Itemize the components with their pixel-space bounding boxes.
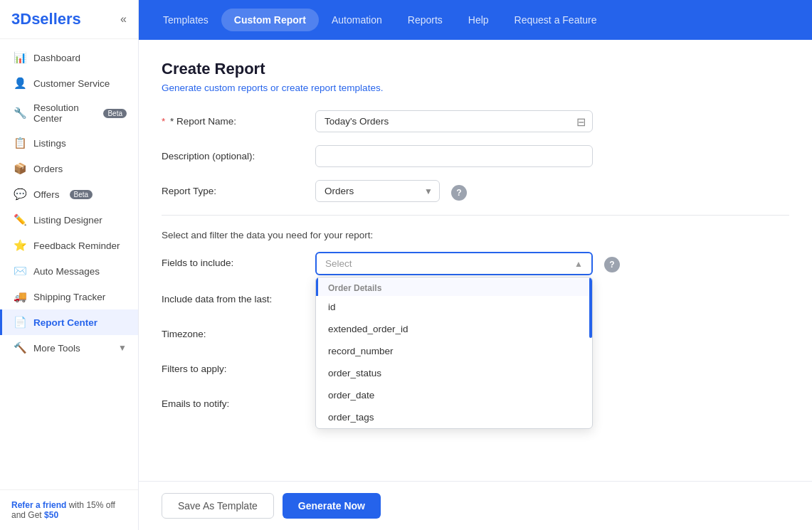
nav-label-feedback-reminder: Feedback Reminder [33,240,120,251]
dropdown-item-id[interactable]: id [316,296,592,318]
fields-placeholder: Select [325,258,352,269]
nav-icon-orders: 📦 [14,162,26,175]
main-area: TemplatesCustom ReportAutomationReportsH… [139,0,812,530]
sidebar-item-auto-messages[interactable]: ✉️ Auto Messages [0,258,138,284]
report-type-help-icon[interactable]: ? [451,185,467,201]
nav-icon-dashboard: 📊 [14,51,26,64]
section-label: Select and filter the data you need for … [162,230,789,240]
required-asterisk: * [162,116,165,127]
nav-label-auto-messages: Auto Messages [33,266,100,277]
include-data-label: Include data from the last: [162,288,304,304]
nav-icon-report-center: 📄 [14,316,26,329]
report-type-select[interactable]: Orders Listings Customers [315,180,440,202]
nav-label-more-tools: More Tools [33,343,80,354]
nav-label-report-center: Report Center [33,317,97,328]
refer-label: Refer a friend [11,500,66,510]
nav-label-shipping-tracker: Shipping Tracker [33,292,105,302]
refer-a-friend-box: Refer a friend with 15% off and Get $50 [0,489,138,530]
report-name-input-wrapper: ⊟ [315,110,593,132]
sidebar-item-orders[interactable]: 📦 Orders [0,156,138,181]
nav-icon-feedback-reminder: ⭐ [14,239,26,252]
content-area: Create Report Generate custom reports or… [139,40,812,481]
report-name-row: * * Report Name: ⊟ [162,110,789,132]
description-row: Description (optional): [162,145,789,167]
sidebar-item-offers[interactable]: 💬 Offers Beta [0,181,138,207]
sidebar-item-listings[interactable]: 📋 Listings [0,130,138,156]
emails-label: Emails to notify: [162,393,304,409]
topnav-item-request-feature[interactable]: Request a Feature [502,9,610,31]
collapse-button[interactable]: « [120,13,127,26]
sidebar-item-dashboard[interactable]: 📊 Dashboard [0,45,138,70]
description-input[interactable] [315,145,593,167]
topnav-item-help[interactable]: Help [455,9,502,31]
topnav-item-custom-report[interactable]: Custom Report [221,9,319,31]
sidebar-item-shipping-tracker[interactable]: 🚚 Shipping Tracker [0,284,138,309]
dropdown-item-order-date[interactable]: order_date [316,384,592,406]
chevron-up-icon: ▲ [574,259,583,269]
sidebar-item-report-center[interactable]: 📄 Report Center [0,309,138,335]
report-type-label: Report Type: [162,180,304,196]
dropdown-item-record-number[interactable]: record_number [316,340,592,362]
sidebar-item-feedback-reminder[interactable]: ⭐ Feedback Reminder [0,233,138,258]
logo-3d: 3D [11,10,31,28]
nav-label-offers: Offers [33,189,60,200]
fields-dropdown-menu: Order Details id extended_order_id recor… [315,277,593,429]
top-navigation: TemplatesCustom ReportAutomationReportsH… [139,0,812,40]
nav-icon-offers: 💬 [14,188,26,201]
badge-resolution-center: Beta [103,109,127,118]
page-subtitle: Generate custom reports or create report… [162,83,789,93]
nav-icon-listing-designer: ✏️ [14,213,26,226]
dropdown-item-order-tags[interactable]: order_tags [316,406,592,428]
topnav-item-automation[interactable]: Automation [319,9,395,31]
fields-dropdown-trigger[interactable]: Select ▲ [315,252,593,275]
dropdown-scrollbar [589,277,592,338]
nav-label-resolution-center: Resolution Center [33,102,93,124]
report-type-select-wrapper: Orders Listings Customers ▼ [315,180,440,202]
sidebar-item-resolution-center[interactable]: 🔧 Resolution Center Beta [0,96,138,130]
topnav-item-reports[interactable]: Reports [395,9,455,31]
nav-icon-auto-messages: ✉️ [14,265,26,277]
fields-include-row: Fields to include: Select ▲ Order Detail… [162,252,789,275]
timezone-label: Timezone: [162,323,304,339]
logo-text: 3Dsellers [11,10,81,28]
topnav-item-templates[interactable]: Templates [150,9,221,31]
report-name-label: * * Report Name: [162,110,304,127]
fields-dropdown-container: Select ▲ Order Details id extended_order… [315,252,593,275]
sidebar-item-customer-service[interactable]: 👤 Customer Service [0,70,138,96]
dropdown-item-extended-order-id[interactable]: extended_order_id [316,318,592,340]
arrow-icon-more-tools: ▼ [118,343,127,353]
sidebar-navigation: 📊 Dashboard 👤 Customer Service 🔧 Resolut… [0,39,138,489]
nav-label-listing-designer: Listing Designer [33,215,102,226]
nav-icon-resolution-center: 🔧 [14,107,26,120]
bottom-action-bar: Save As Template Generate Now [139,481,812,530]
report-type-row: Report Type: Orders Listings Customers ▼… [162,180,789,202]
sidebar: 3Dsellers « 📊 Dashboard 👤 Customer Servi… [0,0,139,530]
dropdown-item-order-status[interactable]: order_status [316,362,592,384]
form-divider [162,215,789,216]
description-label: Description (optional): [162,145,304,161]
sidebar-item-more-tools[interactable]: 🔨 More Tools ▼ [0,335,138,361]
sidebar-logo: 3Dsellers « [0,0,138,39]
nav-icon-more-tools: 🔨 [14,341,26,354]
report-name-label-text: * Report Name: [170,116,236,127]
report-name-input[interactable] [315,110,593,132]
refer-discount: with 15% [69,500,104,510]
sidebar-item-listing-designer[interactable]: ✏️ Listing Designer [0,207,138,233]
refer-amount: $50 [44,510,58,520]
nav-label-customer-service: Customer Service [33,78,110,89]
generate-now-button[interactable]: Generate Now [283,493,381,519]
nav-label-listings: Listings [33,138,66,149]
filters-label: Filters to apply: [162,358,304,374]
fields-help-icon[interactable]: ? [604,257,620,272]
nav-label-orders: Orders [33,164,63,174]
fields-label: Fields to include: [162,252,304,268]
save-icon: ⊟ [576,115,586,128]
nav-icon-listings: 📋 [14,137,26,149]
page-title: Create Report [162,60,789,78]
nav-icon-shipping-tracker: 🚚 [14,290,26,303]
badge-offers: Beta [70,190,93,199]
dropdown-group-header: Order Details [316,277,592,296]
nav-icon-customer-service: 👤 [14,77,26,90]
save-as-template-button[interactable]: Save As Template [162,493,274,519]
nav-label-dashboard: Dashboard [33,53,80,63]
